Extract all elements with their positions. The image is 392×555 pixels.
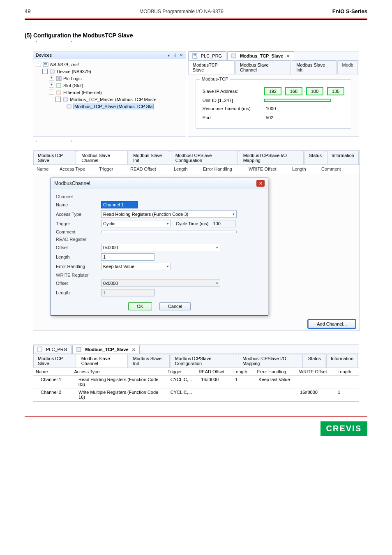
cell-length2: 1 xyxy=(335,388,359,401)
trigger-select[interactable]: Cyclic ▾ xyxy=(101,220,171,227)
cell-write-offset xyxy=(297,376,335,388)
error-handling-select[interactable]: Keep last Value ▾ xyxy=(101,263,171,270)
cell-length2 xyxy=(335,376,359,388)
subtab-information[interactable]: Information xyxy=(326,354,358,368)
tree-modbus-slave[interactable]: Modbus_TCP_Slave (Modbus TCP Sla xyxy=(74,104,153,109)
dialog-close-button[interactable]: ✕ xyxy=(256,180,265,187)
tree-expand-icon[interactable]: + xyxy=(49,83,54,88)
read-length-label: Length xyxy=(56,254,101,259)
panel-close-icon[interactable]: ✕ xyxy=(179,53,183,58)
tree-ethernet[interactable]: Ethernet (Ethernet) xyxy=(63,90,102,95)
ip-octet-3[interactable]: 100 xyxy=(306,87,323,95)
read-offset-select[interactable]: 0x0000 ▾ xyxy=(101,244,220,251)
group-channel: Channel xyxy=(56,194,263,199)
cell-trigger: CYCLIC,... xyxy=(168,388,198,401)
tree-modbus-master[interactable]: Modbus_TCP_Master (Modbus TCP Maste xyxy=(70,97,157,102)
cycle-time-label: Cycle Time (ms) xyxy=(176,221,208,226)
table-row[interactable]: Channel 1 Read Holding Registers (Functi… xyxy=(33,376,359,388)
comment-input[interactable] xyxy=(101,231,237,233)
slot-icon xyxy=(56,83,62,88)
th-length2: Length xyxy=(335,368,359,375)
col-length2: Length xyxy=(292,166,321,171)
access-type-select[interactable]: Read Holding Registers (Function Code 3)… xyxy=(101,210,237,218)
svg-rect-8 xyxy=(63,98,67,101)
subtab-modbus-slave-init[interactable]: Modbus Slave Init xyxy=(292,60,337,74)
table-row[interactable]: Channel 2 Write Multiple Registers (Func… xyxy=(33,388,359,401)
th-access-type: Access Type xyxy=(71,368,165,375)
tab-plc-prg-label: PLC_PRG xyxy=(46,347,67,352)
tree-collapse-icon[interactable]: − xyxy=(49,90,54,95)
channel-name-input[interactable]: Channel 1 xyxy=(101,201,138,208)
subtab-modbustcpslave-configuration[interactable]: ModbusTCPSlave Configuration xyxy=(171,151,238,164)
svg-rect-13 xyxy=(232,54,236,58)
ip-octet-2[interactable]: 168 xyxy=(285,87,302,95)
panel-dropdown-icon[interactable]: ▾ xyxy=(167,53,171,58)
ip-octet-4[interactable]: 135 xyxy=(327,87,344,95)
subtab-modbus-slave-channel[interactable]: Modbus Slave Channel xyxy=(235,60,291,74)
brand-logo: CREVIS xyxy=(321,421,367,436)
footer-rule xyxy=(25,416,367,417)
dialog-title: ModbusChannel xyxy=(54,180,90,186)
tree-collapse-icon[interactable]: − xyxy=(36,62,41,67)
tree-root[interactable]: NA-9379_Test xyxy=(50,62,79,67)
tab-modbus-slave[interactable]: Modbus_TCP_Slave ✕ xyxy=(72,345,139,354)
cancel-button[interactable]: Cancel xyxy=(159,302,191,310)
subtab-modbus-slave-init[interactable]: Modbus Slave Init xyxy=(129,151,170,164)
tab-plc-prg[interactable]: PLC_PRG xyxy=(33,345,71,354)
subtab-modbustcpslave-configuration[interactable]: ModbusTCPSlave Configuration xyxy=(171,354,238,368)
section-title: (5) Configuration the ModbusTCP Slave xyxy=(25,32,367,39)
tree-collapse-icon[interactable]: − xyxy=(42,69,48,74)
tree-device[interactable]: Device (NA9379) xyxy=(57,69,91,74)
separator xyxy=(25,337,131,337)
ip-octet-1[interactable]: 192 xyxy=(264,87,281,95)
tree-plc-logic[interactable]: Plc Logic xyxy=(63,76,82,81)
tree-collapse-icon[interactable]: − xyxy=(55,97,61,102)
subtab-status[interactable]: Status xyxy=(304,151,326,164)
subtab-modbustcp-slave[interactable]: ModbusTCP Slave xyxy=(188,60,235,74)
ok-button[interactable]: OK xyxy=(128,302,152,310)
trigger-label: Trigger xyxy=(56,221,101,226)
subtab-information[interactable]: Information xyxy=(327,151,359,164)
tab-modbus-slave[interactable]: Modbus_TCP_Slave ✕ xyxy=(227,51,294,60)
th-trigger: Trigger xyxy=(165,368,196,375)
th-write-offset: WRITE Offset xyxy=(297,368,335,375)
panel-pin-icon[interactable]: ⇩ xyxy=(173,53,177,58)
cycle-time-input[interactable]: 100 xyxy=(211,220,235,227)
devices-panel-title: Devices xyxy=(36,53,52,58)
subtab-modbustcp-slave[interactable]: ModbusTCP Slave xyxy=(33,151,76,164)
device-icon xyxy=(49,69,55,74)
subtab-modbus-slave-channel[interactable]: Modbus Slave Channel xyxy=(77,151,128,164)
group-read-register: READ Register xyxy=(56,237,263,242)
cell-name: Channel 2 xyxy=(33,388,76,401)
port-value[interactable]: 502 xyxy=(264,114,275,121)
plc-logic-icon xyxy=(56,76,62,81)
svg-rect-11 xyxy=(194,54,196,55)
subtab-status[interactable]: Status xyxy=(304,354,325,368)
subtab-io-mapping[interactable]: ModbusTCPSlave I/O Mapping xyxy=(239,151,304,164)
editor-panel: PLC_PRG Modbus_TCP_Slave ✕ ModbusTCP Sla… xyxy=(188,51,359,136)
subtab-modbus-slave-channel[interactable]: Modbus Slave Channel xyxy=(77,354,128,368)
subtab-io-mapping[interactable]: ModbusTCPSlave I/O Mapping xyxy=(238,354,303,368)
tree-slot[interactable]: Slot (Slot) xyxy=(63,83,83,88)
read-length-input[interactable]: 1 xyxy=(101,253,154,261)
tab-modbus-slave-label: Modbus_TCP_Slave xyxy=(240,53,283,58)
tree-expand-icon[interactable]: + xyxy=(49,76,54,81)
unit-id-input[interactable] xyxy=(264,99,331,102)
chevron-down-icon: ▾ xyxy=(233,212,235,216)
tab-close-icon[interactable]: ✕ xyxy=(286,54,290,58)
subtab-modbus-slave-init[interactable]: Modbus Slave Init xyxy=(129,354,170,368)
col-length: Length xyxy=(174,166,203,171)
tab-plc-prg[interactable]: PLC_PRG xyxy=(188,51,226,60)
modbus-tcp-groupbox: Modbus-TCP Slave IP Address: 192. 168. 1… xyxy=(196,79,351,129)
cell-access: Read Holding Registers (Function Code 03… xyxy=(76,376,168,388)
cell-name: Channel 1 xyxy=(33,376,76,388)
add-channel-button[interactable]: Add Channel... xyxy=(308,320,355,328)
tab-close-icon[interactable]: ✕ xyxy=(132,347,135,352)
subtab-truncated[interactable]: Modb xyxy=(337,60,358,74)
write-offset-label: Offset xyxy=(56,281,101,286)
ip-address-input[interactable]: 192. 168. 100. 135 xyxy=(264,87,344,95)
cell-access: Write Multiple Registers (Function Code … xyxy=(76,388,168,401)
timeout-value[interactable]: 1000 xyxy=(264,105,277,112)
subtab-modbustcp-slave[interactable]: ModbusTCP Slave xyxy=(33,354,76,368)
col-trigger: Trigger xyxy=(99,166,130,171)
